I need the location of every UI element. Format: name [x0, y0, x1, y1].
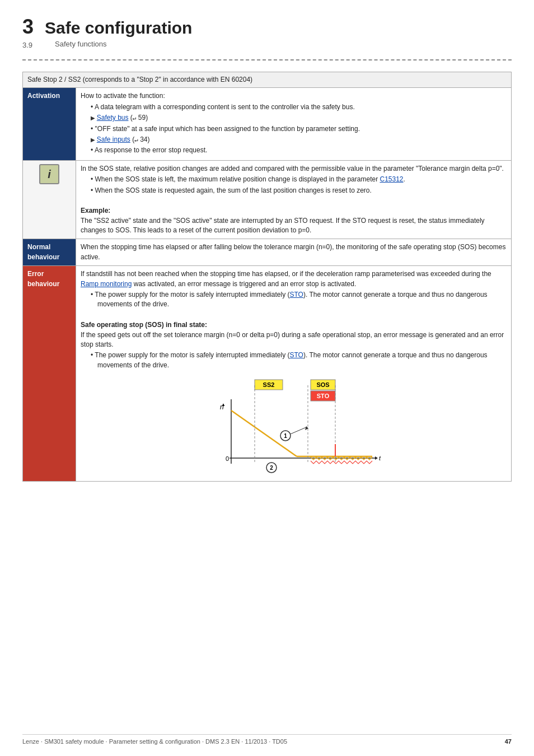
- section-divider: [22, 59, 512, 60]
- chapter-title: Safe configuration: [45, 18, 192, 38]
- example-text: The "SS2 active" state and the "SOS acti…: [81, 217, 485, 234]
- activation-label: Activation: [23, 88, 76, 160]
- normal-behaviour-label: Normalbehaviour: [23, 239, 76, 266]
- footer-left-text: Lenze · SM301 safety module · Parameter …: [22, 738, 287, 745]
- svg-text:2: 2: [270, 465, 273, 471]
- svg-text:STO: STO: [316, 393, 329, 399]
- safe-inputs-link[interactable]: Safe inputs: [97, 136, 130, 143]
- activation-text-1: How to activate the function:: [81, 92, 165, 100]
- table-header-row: Safe Stop 2 / SS2 (corresponds to a "Sto…: [23, 72, 512, 88]
- activation-content: How to activate the function: A data tel…: [76, 88, 512, 160]
- ramp-monitoring-link[interactable]: Ramp monitoring: [81, 280, 132, 288]
- table-row-error: Error behaviour If standstill has not be…: [23, 266, 512, 482]
- activation-arrow-2: Safe inputs (↵ 34): [91, 135, 507, 144]
- info-icon: i: [39, 164, 59, 184]
- error-bullet-1: The power supply for the motor is safely…: [91, 290, 507, 310]
- sto-link-2[interactable]: STO: [289, 351, 303, 359]
- table-header-cell: Safe Stop 2 / SS2 (corresponds to a "Sto…: [23, 72, 512, 88]
- info-bullet-1: When the SOS state is left, the maximum …: [91, 175, 507, 184]
- info-icon-cell: i: [23, 160, 76, 239]
- info-text-1: In the SOS state, relative position chan…: [81, 165, 504, 172]
- chapter-number: 3: [22, 17, 34, 37]
- page-number: 47: [505, 738, 512, 745]
- activation-bullet-2: "OFF state" at a safe input which has be…: [91, 124, 507, 134]
- page-header: 3 Safe configuration: [22, 17, 512, 38]
- sto-link-1[interactable]: STO: [289, 291, 303, 298]
- info-bullet-2: When the SOS state is requested again, t…: [91, 186, 507, 195]
- error-behaviour-label: Error behaviour: [23, 266, 76, 482]
- section-number: 3.9: [22, 41, 32, 49]
- diagram-area: SS2 SOS STO n ▲ t: [81, 377, 507, 478]
- section-label: Safety functions: [55, 40, 107, 49]
- svg-text:SOS: SOS: [316, 381, 329, 388]
- ss2-diagram: SS2 SOS STO n ▲ t: [199, 377, 389, 478]
- normal-behaviour-content: When the stopping time has elapsed or af…: [76, 239, 512, 266]
- error-bullet-2: The power supply for the motor is safely…: [91, 351, 507, 370]
- c15312-link[interactable]: C15312: [380, 175, 403, 183]
- activation-arrow-1: Safety bus (↵ 59): [91, 113, 507, 123]
- table-row-info: i In the SOS state, relative position ch…: [23, 160, 512, 239]
- safety-bus-link[interactable]: Safety bus: [97, 114, 129, 122]
- error-behaviour-content: If standstill has not been reached when …: [76, 266, 512, 482]
- sos-final-text: If the speed gets out off the set tolera…: [81, 331, 504, 348]
- normal-behaviour-text: When the stopping time has elapsed or af…: [81, 243, 505, 260]
- info-content: In the SOS state, relative position chan…: [76, 160, 512, 239]
- activation-bullet-1: A data telegram with a corresponding con…: [91, 102, 507, 112]
- svg-rect-0: [199, 377, 389, 478]
- activation-bullet-3: As response to the error stop request.: [91, 146, 507, 155]
- svg-text:▲: ▲: [221, 402, 226, 407]
- main-content-table: Safe Stop 2 / SS2 (corresponds to a "Sto…: [22, 72, 512, 482]
- table-row-normal: Normalbehaviour When the stopping time h…: [23, 239, 512, 266]
- sos-final-label: Safe operating stop (SOS) in final state…: [81, 321, 207, 329]
- svg-text:SS2: SS2: [263, 381, 274, 388]
- table-row-activation: Activation How to activate the function:…: [23, 88, 512, 160]
- page-footer: Lenze · SM301 safety module · Parameter …: [22, 734, 512, 745]
- error-text-1: If standstill has not been reached when …: [81, 270, 491, 287]
- example-label: Example:: [81, 207, 110, 214]
- svg-text:1: 1: [284, 433, 287, 439]
- svg-text:0: 0: [226, 455, 229, 462]
- section-line: 3.9 Safety functions: [22, 40, 512, 49]
